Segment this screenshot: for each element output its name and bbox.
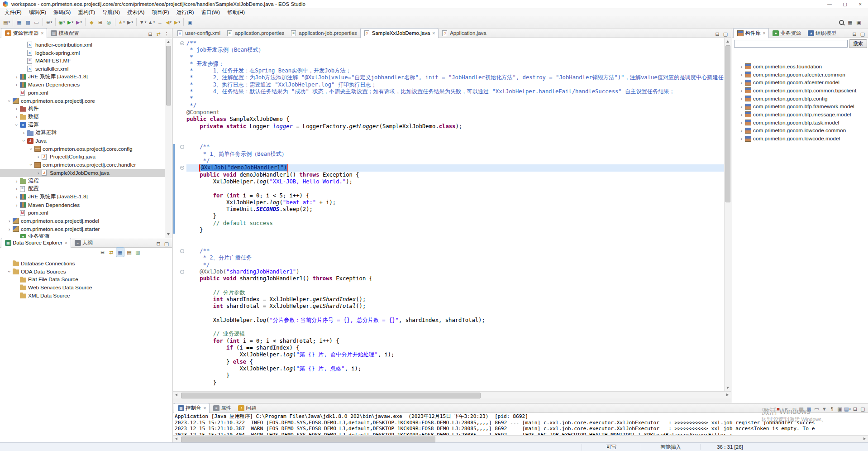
tree-item[interactable]: ›com.primeton.gocom.afcenter.model [732,78,868,86]
scrollbar-thumb[interactable] [181,437,435,442]
tree-item[interactable]: ›数据 [0,113,172,121]
tree-item[interactable]: xserialkiller.xml [0,65,172,73]
expand-expander-icon[interactable]: › [14,106,19,111]
menu-item-source[interactable]: 源码(S) [50,9,74,16]
minimize-view-icon[interactable]: ⊟ [155,240,162,247]
annotation-ruler-cell[interactable] [173,137,179,144]
fold-ruler-cell[interactable] [179,178,186,185]
tree-item[interactable]: ›x运算 [0,121,172,129]
annotation-ruler-cell[interactable] [173,317,179,324]
tree-item[interactable]: ›com.primeton.eos.projectlj.starter [0,225,172,233]
menu-item-refactor[interactable]: 重构(T) [74,9,99,16]
new-class-icon[interactable]: ◎ [105,18,113,27]
previous-annotation-icon[interactable]: ▲▾ [148,18,155,27]
maximize-view-icon[interactable]: ▢ [859,406,866,413]
fold-ruler-cell[interactable] [179,67,186,74]
tab-resource-explorer[interactable]: ◆资源管理器× [1,28,47,38]
search-icon[interactable] [838,18,845,27]
fold-ruler-cell[interactable] [179,317,186,324]
fold-ruler-cell[interactable] [179,185,186,192]
collapse-expander-icon[interactable]: › [21,138,27,144]
annotation-ruler-cell[interactable] [173,102,179,109]
close-icon[interactable]: × [432,31,435,36]
link-with-editor-icon[interactable]: ⇄ [107,248,115,257]
annotation-ruler-cell[interactable] [173,275,179,282]
tree-item[interactable]: ›com.primeton.gocom.afcenter.common [732,71,868,79]
maximize-view-icon[interactable]: ▢ [163,240,170,247]
annotation-ruler-cell[interactable] [173,282,179,289]
fold-ruler-cell[interactable] [179,213,186,220]
annotation-ruler-cell[interactable] [173,331,179,337]
annotation-ruler-cell[interactable] [173,54,179,61]
fold-ruler-cell[interactable] [179,192,186,199]
close-icon[interactable]: × [65,240,67,245]
component-tree[interactable]: ›com.primeton.eos.foundation›com.primeto… [732,60,868,403]
fold-collapse-icon[interactable]: − [180,166,184,170]
search-toolbar-icon[interactable]: ★▾ [118,18,125,27]
tree-item[interactable]: ›JRE 系统库 [JavaSE-1.8] [0,193,172,201]
chart-icon[interactable]: ▥ [134,248,142,257]
fold-ruler-cell[interactable] [179,359,186,365]
explorer-scrollbar[interactable] [165,38,172,238]
menu-item-file[interactable]: 文件(F) [1,9,25,16]
tree-item[interactable]: ›构件 [0,105,172,113]
expand-expander-icon[interactable]: › [739,96,744,101]
console-output[interactable]: Application [Java 应用程序] C:\Program Files… [175,413,861,435]
tree-item[interactable]: XML Data Source [0,292,172,300]
fold-ruler-cell[interactable]: − [179,144,186,150]
editor-horizontal-scrollbar[interactable] [173,391,731,398]
close-icon[interactable]: × [204,406,206,411]
tab-samplexxljobdemo-java[interactable]: JSampleXxlJobDemo.java× [360,28,439,38]
maximize-view-icon[interactable]: ▢ [859,30,866,38]
code-editor[interactable]: −/** * job开发示例（Bean模式） * * 开发步骤： * 1、任务开… [173,38,724,391]
scroll-left-icon[interactable] [175,437,177,440]
fold-ruler-cell[interactable] [179,289,186,296]
editor-vertical-scrollbar[interactable] [724,38,731,391]
tab-template-config[interactable]: ▤模板配置 [47,29,82,38]
annotation-ruler-cell[interactable] [173,310,179,317]
fold-ruler-cell[interactable] [179,234,186,240]
annotation-ruler-cell[interactable] [173,109,179,116]
tree-item[interactable]: Flat File Data Source [0,275,172,283]
profile-icon[interactable]: ▶▾ [75,18,83,27]
fold-ruler-cell[interactable] [179,331,186,337]
annotation-ruler-cell[interactable] [173,254,179,261]
tree-item[interactable]: ›com.primeton.gocom.bfp.framework.model [732,102,868,110]
new-wizard-icon[interactable]: ▤▾ [3,18,10,27]
fold-ruler-cell[interactable] [179,137,186,144]
external-tools-icon[interactable]: ▶▾ [126,18,134,27]
scroll-right-icon[interactable] [726,393,729,396]
tree-item[interactable]: ›JSampleXxlJobDemo.java [0,169,172,177]
annotation-ruler-cell[interactable] [173,116,179,123]
build-all-icon[interactable]: ⊕▾ [45,18,53,27]
tree-item[interactable]: ›JProjectljConfig.java [0,153,172,161]
fold-ruler-cell[interactable] [179,199,186,206]
save-icon[interactable]: ▦ [15,18,23,27]
expand-expander-icon[interactable]: › [739,136,744,141]
word-wrap-icon[interactable]: ¶ [829,406,835,413]
print-icon[interactable]: ▭ [33,18,40,27]
save-all-icon[interactable]: ▩ [24,18,32,27]
annotation-ruler-cell[interactable] [173,351,179,358]
fold-ruler-cell[interactable] [179,151,186,158]
menu-item-navigate[interactable]: 导航(N) [99,9,124,16]
open-console-icon[interactable]: ▤▾ [844,406,851,413]
minimize-view-icon[interactable]: ⊟ [852,406,858,413]
tree-item[interactable]: ›com.primeton.eos.projectlj.core.config [0,145,172,153]
tab-console[interactable]: ▦控制台× [174,403,210,413]
menu-item-help[interactable]: 帮助(H) [224,9,248,16]
tab-application-job-properties[interactable]: ≡application-job.properties [287,29,360,38]
tab-data-source-explorer[interactable]: ▦Data Source Explorer× [1,238,71,248]
fold-ruler-cell[interactable]: − [179,269,186,275]
annotation-ruler-cell[interactable] [173,345,179,351]
fold-ruler-cell[interactable] [179,324,186,331]
collapse-expander-icon[interactable]: › [29,162,34,168]
tree-item[interactable]: xlogback-spring.xml [0,49,172,57]
tree-item[interactable]: ›com.primeton.gocom.bfp.message.model [732,110,868,119]
collapse-all-icon[interactable]: ⊟ [99,248,106,257]
tree-item[interactable]: Mpom.xml [0,89,172,97]
fold-ruler-cell[interactable] [179,379,186,386]
tab-business-resource[interactable]: ●业务资源 [769,29,804,38]
fold-collapse-icon[interactable]: − [180,249,184,253]
fold-ruler-cell[interactable]: − [179,248,186,254]
